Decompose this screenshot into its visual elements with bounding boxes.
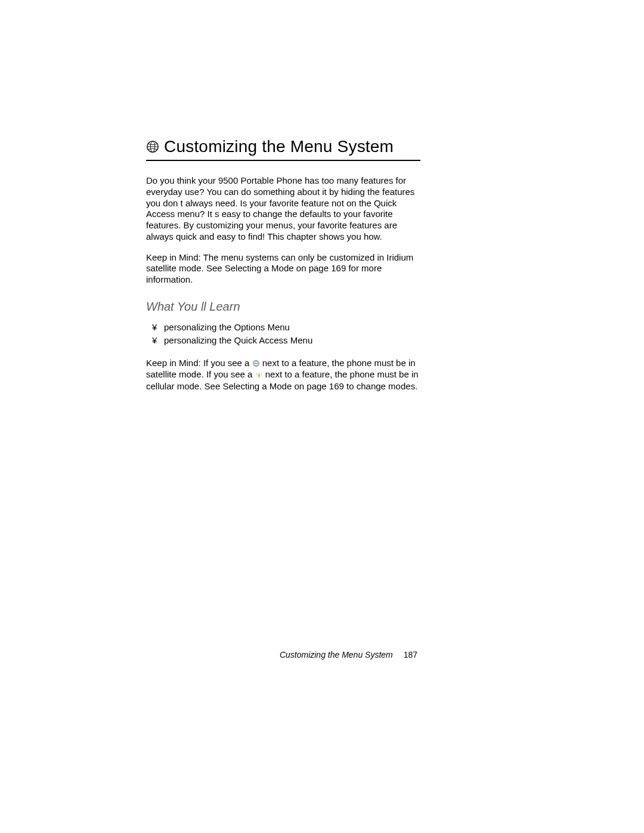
page-footer: Customizing the Menu System 187 bbox=[280, 650, 417, 659]
keep-in-mind-1: Keep in Mind: The menu systems can only … bbox=[146, 252, 420, 286]
page-content: Customizing the Menu System Do you think… bbox=[146, 137, 420, 392]
chapter-title: Customizing the Menu System bbox=[164, 137, 394, 156]
footer-page-number: 187 bbox=[404, 650, 417, 659]
svg-point-6 bbox=[258, 374, 259, 375]
satellite-globe-icon bbox=[252, 358, 260, 366]
cellular-antenna-icon bbox=[255, 370, 263, 377]
chapter-title-row: Customizing the Menu System bbox=[146, 137, 420, 161]
bullet-list: personalizing the Options Menu personali… bbox=[146, 321, 420, 348]
list-item: personalizing the Options Menu bbox=[164, 321, 420, 335]
note-text-pre: Keep in Mind: If you see a bbox=[146, 358, 252, 368]
globe-icon bbox=[146, 140, 159, 153]
list-item: personalizing the Quick Access Menu bbox=[164, 334, 420, 348]
footer-title: Customizing the Menu System bbox=[280, 650, 393, 659]
keep-in-mind-2: Keep in Mind: If you see a next to a fea… bbox=[146, 357, 420, 392]
intro-paragraph: Do you think your 9500 Portable Phone ha… bbox=[146, 175, 420, 243]
section-heading: What You ll Learn bbox=[146, 300, 420, 314]
